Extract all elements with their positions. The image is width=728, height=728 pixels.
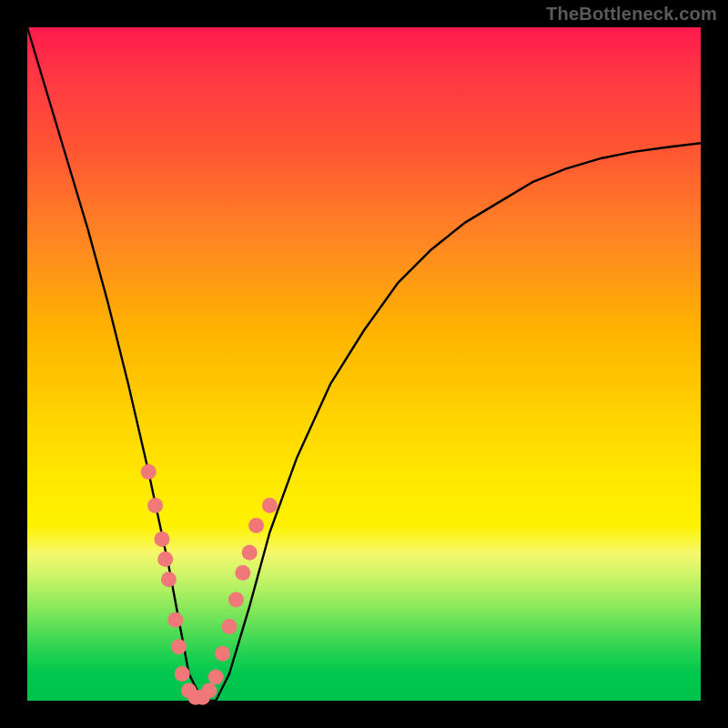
chart-frame: TheBottleneck.com [0,0,728,728]
data-marker [222,619,238,634]
data-marker [157,551,173,567]
data-marker [167,612,183,628]
data-marker [175,666,190,682]
marker-group [141,464,278,705]
curve-path [27,27,701,701]
data-marker [141,464,157,480]
data-marker [235,565,250,581]
bottleneck-curve [27,27,701,701]
data-marker [171,639,187,654]
data-marker [228,592,244,608]
data-marker [201,682,217,698]
plot-area [27,27,701,701]
data-marker [208,670,224,685]
watermark-text: TheBottleneck.com [546,4,717,25]
curve-path-group [27,27,701,701]
data-marker [242,545,258,561]
data-marker [161,571,177,587]
data-marker [248,518,264,533]
data-marker [215,646,230,662]
data-marker [262,498,278,513]
data-marker [155,531,170,547]
data-marker [147,498,163,513]
